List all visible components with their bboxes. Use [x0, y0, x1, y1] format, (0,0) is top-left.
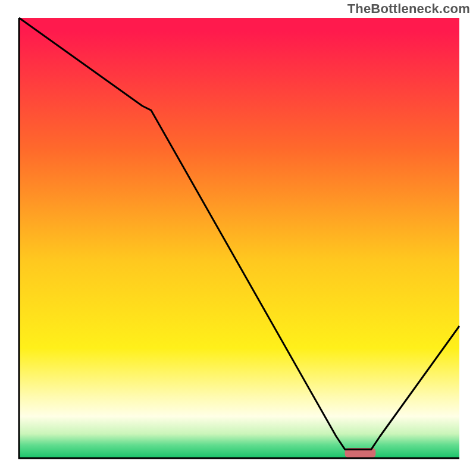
svg-rect-0 — [19, 18, 459, 458]
watermark-text: TheBottleneck.com — [347, 1, 470, 17]
chart-frame: TheBottleneck.com — [0, 0, 476, 476]
gradient-line-plot — [0, 0, 476, 476]
